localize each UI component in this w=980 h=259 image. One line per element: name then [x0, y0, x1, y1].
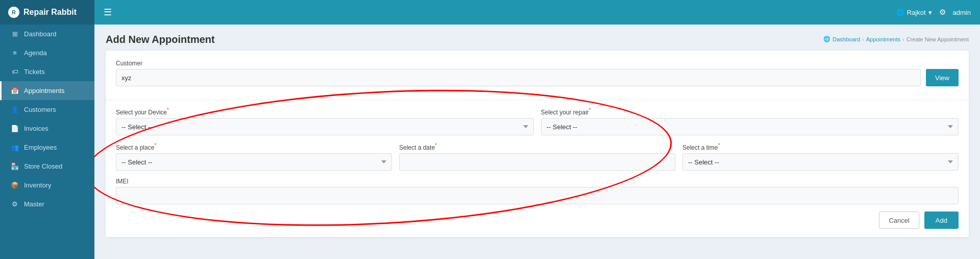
repair-label: Select your repair* [541, 107, 959, 116]
breadcrumb-icon: 🌐 [823, 36, 830, 42]
time-label: Select a time* [682, 143, 959, 151]
logo-icon: R [8, 7, 19, 18]
sidebar-item-label: Agenda [24, 49, 47, 57]
cancel-button[interactable]: Cancel [879, 211, 919, 229]
form-footer: Cancel Add [116, 211, 959, 229]
topbar-right: 🌐 Rajkot ▾ ⚙ admin [896, 8, 971, 17]
imei-label: IMEI [116, 178, 959, 185]
customer-label: Customer [116, 60, 959, 67]
sidebar: R Repair Rabbit ⊞ Dashboard ≡ Agenda 🏷 T… [0, 0, 94, 259]
topbar-left: ☰ [104, 7, 112, 18]
sidebar-item-label: Customers [24, 106, 56, 113]
breadcrumb-current: Create New Appointment [906, 36, 969, 42]
appointments-icon: 📅 [11, 87, 19, 95]
device-repair-row: Select your Device* -- Select -- Select … [116, 107, 959, 135]
time-select[interactable]: -- Select -- [682, 153, 959, 171]
divider [106, 100, 969, 100]
time-group: Select a time* -- Select -- [682, 143, 959, 171]
sidebar-item-label: Inventory [24, 181, 51, 189]
sidebar-item-label: Appointments [24, 87, 65, 95]
add-button[interactable]: Add [924, 211, 959, 229]
breadcrumb: 🌐 Dashboard › Appointments › Create New … [823, 36, 969, 42]
main-area: ☰ 🌐 Rajkot ▾ ⚙ admin Add New Appointment… [94, 0, 980, 259]
topbar: ☰ 🌐 Rajkot ▾ ⚙ admin [94, 0, 980, 25]
view-button[interactable]: View [926, 69, 959, 86]
sidebar-item-tickets[interactable]: 🏷 Tickets [0, 62, 94, 81]
imei-section: IMEI [116, 178, 959, 204]
sidebar-item-label: Master [24, 200, 44, 208]
sidebar-item-label: Employees [24, 144, 57, 151]
customer-input[interactable] [116, 69, 921, 86]
sidebar-item-label: Tickets [24, 68, 45, 76]
sidebar-item-invoices[interactable]: 📄 Invoices [0, 119, 94, 138]
sidebar-item-master[interactable]: ⚙ Master [0, 195, 94, 214]
date-label: Select a date* [399, 143, 675, 151]
tickets-icon: 🏷 [11, 68, 19, 76]
settings-icon[interactable]: ⚙ [939, 8, 946, 17]
sidebar-nav: ⊞ Dashboard ≡ Agenda 🏷 Tickets 📅 Appoint… [0, 25, 94, 259]
app-name: Repair Rabbit [23, 8, 77, 17]
sidebar-item-label: Invoices [24, 125, 48, 132]
date-group: Select a date* [399, 143, 675, 171]
sidebar-item-label: Store Closed [24, 162, 62, 170]
sidebar-item-appointments[interactable]: 📅 Appointments [0, 81, 94, 100]
dashboard-icon: ⊞ [11, 30, 19, 38]
sidebar-item-inventory[interactable]: 📦 Inventory [0, 176, 94, 195]
place-select[interactable]: -- Select -- [116, 153, 392, 171]
sidebar-item-label: Dashboard [24, 30, 57, 38]
hamburger-icon[interactable]: ☰ [104, 7, 112, 18]
location-selector[interactable]: 🌐 Rajkot ▾ [896, 9, 932, 16]
location-icon: 🌐 [896, 9, 904, 16]
admin-label: admin [953, 9, 971, 16]
device-select[interactable]: -- Select -- [116, 118, 534, 135]
invoices-icon: 📄 [11, 125, 19, 132]
breadcrumb-appointments[interactable]: Appointments [866, 36, 900, 42]
imei-input[interactable] [116, 187, 959, 204]
repair-group: Select your repair* -- Select -- [541, 107, 959, 135]
breadcrumb-dashboard[interactable]: Dashboard [832, 36, 860, 42]
location-chevron: ▾ [928, 9, 932, 16]
place-group: Select a place* -- Select -- [116, 143, 392, 171]
sidebar-item-employees[interactable]: 👥 Employees [0, 138, 94, 157]
device-group: Select your Device* -- Select -- [116, 107, 534, 135]
store-closed-icon: 🏪 [11, 162, 19, 170]
agenda-icon: ≡ [11, 49, 19, 57]
date-input[interactable] [399, 153, 675, 171]
place-date-time-row: Select a place* -- Select -- Select a da… [116, 143, 959, 171]
form-card: Customer View Select your Device* -- Sel… [106, 51, 969, 237]
app-logo: R Repair Rabbit [0, 0, 94, 25]
sidebar-item-store-closed[interactable]: 🏪 Store Closed [0, 157, 94, 176]
customers-icon: 👤 [11, 106, 19, 113]
repair-select[interactable]: -- Select -- [541, 118, 959, 135]
customer-row: View [116, 69, 959, 86]
sidebar-item-customers[interactable]: 👤 Customers [0, 100, 94, 119]
content-area: Add New Appointment 🌐 Dashboard › Appoin… [94, 25, 980, 259]
customer-group: Customer View [116, 60, 959, 93]
device-label: Select your Device* [116, 107, 534, 116]
place-label: Select a place* [116, 143, 392, 151]
master-icon: ⚙ [11, 200, 19, 208]
sidebar-item-agenda[interactable]: ≡ Agenda [0, 43, 94, 62]
location-label: Rajkot [907, 9, 926, 16]
employees-icon: 👥 [11, 144, 19, 151]
sidebar-item-dashboard[interactable]: ⊞ Dashboard [0, 25, 94, 43]
inventory-icon: 📦 [11, 181, 19, 189]
